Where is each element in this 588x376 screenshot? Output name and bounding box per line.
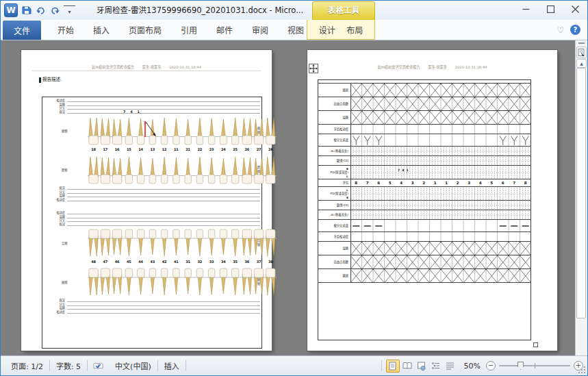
perio-row-graphic [350, 220, 531, 232]
full-screen-reading-view-icon[interactable] [400, 360, 414, 373]
ribbon-tab-0[interactable]: 文件 [3, 21, 41, 40]
doctor-name: 医生:徐医生 [428, 65, 447, 69]
pd-side-label: B [346, 196, 348, 199]
word-window: W ▾ 牙周检查-雷洪13759996690_20201031.docx - M… [0, 0, 588, 376]
split-handle[interactable] [576, 40, 587, 46]
ribbon-tab-5[interactable]: 邮件 [207, 20, 242, 40]
perio-table-canvas[interactable]: 菌斑出血点指数溢脓牙齿松动度根分叉病变AL(附着丧失)龈缘-CEJPD(探诊深度… [318, 79, 531, 340]
perio-row-label: 溢脓 [318, 116, 348, 119]
ribbon-tab-4[interactable]: 引用 [171, 20, 207, 40]
perio-row-graphic [350, 232, 531, 242]
chart-grid-line [67, 113, 260, 114]
print-layout-view-icon[interactable] [386, 360, 400, 373]
report-datetime: 2020-10-31 16:44 [169, 65, 201, 69]
tooth-number-row: 18171615141312112122232425262728 [88, 147, 277, 152]
document-area: 如州模树雷洪牙周检查报告 医生:徐医生 2020-10-31 16:44 报告描… [1, 40, 587, 355]
scrollbar-thumb[interactable] [576, 68, 586, 318]
report-title: 如州模树雷洪牙周检查报告 [92, 65, 134, 69]
scroll-up-icon[interactable]: ▲ [576, 59, 587, 68]
table-resize-handle[interactable] [533, 342, 538, 347]
perio-row-label: 根分叉病变 [318, 138, 348, 142]
view-ruler-icon[interactable] [576, 47, 587, 58]
zoom-level[interactable]: 50% [464, 362, 481, 371]
pd-values: 7 [398, 168, 400, 172]
perio-row-label: 溢脓 [318, 247, 348, 250]
ribbon-tab-6[interactable]: 审阅 [242, 20, 278, 40]
web-layout-view-icon[interactable] [415, 360, 429, 373]
perio-row-label: PD(探诊深度) [318, 192, 348, 195]
chart-grid-line [67, 201, 260, 201]
word-logo-icon[interactable]: W [4, 3, 18, 17]
zoom-slider-thumb[interactable] [517, 362, 524, 370]
minimize-button[interactable] [513, 1, 538, 17]
chart-grid-line [67, 109, 260, 110]
insert-mode[interactable]: 插入 [158, 360, 186, 371]
ribbon-tab-row: 文件开始插入页面布局引用邮件审阅视图 设计布局 ♡ ? [1, 20, 587, 40]
label-column-separator [350, 83, 351, 282]
customize-qat-icon[interactable]: ▾ [64, 5, 75, 17]
undo-icon[interactable] [35, 5, 47, 16]
perio-row-label: 牙齿松动度 [318, 235, 348, 238]
perio-row-graphic [350, 187, 531, 201]
side-label: 颊侧 [62, 280, 67, 284]
pd-side-label: L [346, 188, 348, 192]
pd-side-label: L [346, 175, 348, 178]
teeth-illustration [88, 155, 277, 185]
chart-grid-line [67, 218, 260, 218]
vertical-scrollbar[interactable]: ▲ [575, 40, 587, 355]
chart-row-label: 溢脓 [42, 306, 65, 310]
page-indicator[interactable]: 页面: 1/2 [5, 360, 49, 371]
perio-row-graphic: 741 [350, 166, 531, 179]
page-header: 如州模树雷洪牙周检查报告 医生:徐医生 2020-10-31 16:44 [307, 64, 557, 69]
pd-side-label: B [346, 167, 348, 171]
pd-values: 7 4 1 [123, 110, 141, 114]
side-label: 颊侧 [62, 129, 67, 133]
perio-row-label: PD(探诊深度) [318, 171, 348, 174]
chart-row-label: 分叉 [42, 218, 65, 222]
contextual-tab-1[interactable]: 布局 [346, 24, 363, 36]
report-datetime: 2020-10-31 16:44 [455, 65, 487, 69]
ribbon-tab-2[interactable]: 插入 [84, 20, 119, 40]
language-indicator[interactable]: 中文(中国) [109, 360, 157, 371]
header-rule [32, 71, 261, 71]
save-icon[interactable] [21, 5, 32, 16]
chart-grid-line [67, 305, 260, 306]
chart-row-label: 松动度 [42, 310, 65, 314]
ribbon-tab-1[interactable]: 开始 [48, 20, 84, 40]
redo-icon[interactable] [49, 5, 61, 16]
perio-row-label: 龈缘-CEJ [318, 203, 348, 207]
zoom-out-icon[interactable]: − [486, 361, 496, 371]
spellcheck-icon[interactable] [88, 362, 109, 371]
teeth-illustration [88, 228, 277, 258]
chart-row-label: 松动度 [42, 211, 65, 214]
contextual-tab-0[interactable]: 设计 [319, 24, 335, 36]
chart-row-label: 松动度 [42, 99, 65, 102]
zoom-slider[interactable] [499, 361, 570, 371]
outline-view-icon[interactable] [429, 360, 443, 373]
perio-row-label: 菌斑 [318, 88, 348, 92]
perio-row-label: 出血点指数 [318, 260, 348, 264]
tooth-chart-canvas[interactable]: 松动度溢脓分叉探深7 4 1颊侧颊侧1817161514131211212223… [42, 97, 262, 349]
perio-row-label: AL(附着丧失) [318, 149, 348, 153]
perio-row-graphic [350, 147, 531, 156]
perio-row-graphic [350, 242, 531, 255]
draft-view-icon[interactable] [444, 360, 457, 373]
heart-icon[interactable]: ♡ [557, 25, 564, 35]
document-page-1: 如州模树雷洪牙周检查报告 医生:徐医生 2020-10-31 16:44 报告描… [21, 50, 272, 351]
ribbon-tab-list: 文件开始插入页面布局引用邮件审阅视图 [1, 20, 314, 40]
window-title: 牙周检查-雷洪13759996690_20201031.docx - Micro… [91, 1, 309, 20]
title-bar: W ▾ 牙周检查-雷洪13759996690_20201031.docx - M… [1, 1, 587, 20]
ribbon-tab-3[interactable]: 页面布局 [119, 20, 171, 40]
word-count[interactable]: 字数: 5 [50, 360, 87, 371]
resize-grip[interactable] [578, 366, 586, 374]
perio-row-label: AL(附着丧失) [318, 213, 348, 216]
help-icon[interactable]: ? [570, 25, 580, 35]
close-button[interactable] [563, 1, 587, 17]
chart-grid-line [67, 301, 260, 302]
status-bar: 页面: 1/2 字数: 5 中文(中国) 插入 [1, 355, 587, 375]
perio-row-graphic [350, 156, 531, 166]
maximize-button[interactable] [538, 1, 563, 17]
chart-grid-line [67, 105, 260, 106]
table-tools-header: 表格工具 [312, 1, 375, 20]
teeth-illustration [88, 267, 277, 297]
